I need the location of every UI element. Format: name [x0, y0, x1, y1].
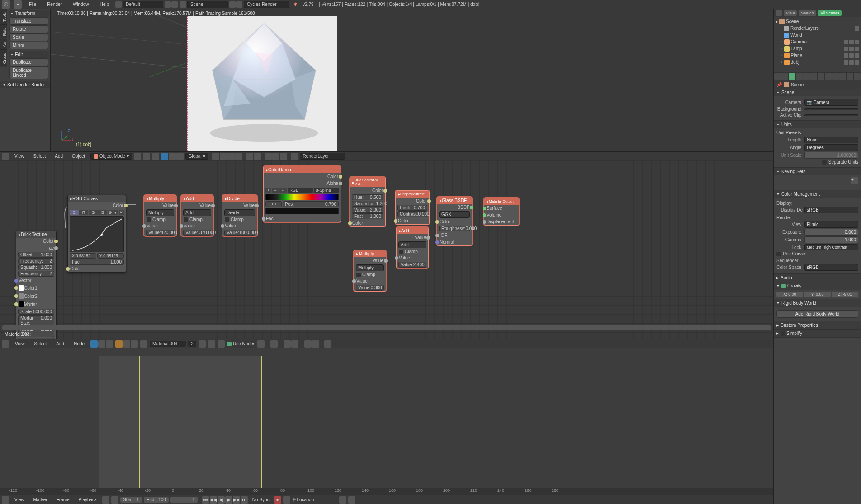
render-audio-icon[interactable]: [280, 153, 287, 160]
audio-panel-header[interactable]: Audio: [774, 274, 861, 282]
view-menu[interactable]: View: [11, 497, 28, 502]
simplify-panel-header[interactable]: Simplify: [774, 330, 861, 337]
copy-nodes-icon[interactable]: [304, 340, 312, 348]
tab-scene[interactable]: [789, 73, 795, 80]
outliner-row-dobj[interactable]: ◦dobj: [776, 59, 859, 66]
tab-constraints[interactable]: [810, 73, 817, 80]
rotate-button[interactable]: Rotate: [9, 25, 48, 33]
clamp-checkbox[interactable]: [225, 217, 229, 222]
jump-end-icon[interactable]: ⏭: [241, 496, 248, 504]
add-layout-icon[interactable]: [165, 1, 171, 8]
node-glass-bsdf[interactable]: ▸Glass BSDF BSDF GGX Color Roughness:0.0…: [437, 197, 472, 246]
snap-icon[interactable]: [246, 153, 253, 160]
node-hsv[interactable]: ▸Hue Saturation Value Color Hue:0.500 Sa…: [350, 177, 386, 227]
toolshelf-tab-rela[interactable]: Rela: [0, 24, 7, 39]
node-divide[interactable]: ▸Divide Value Divide Clamp Value Value:1…: [222, 195, 257, 236]
play-reverse-icon[interactable]: ◀: [218, 496, 225, 504]
manipulator-icon[interactable]: [152, 153, 159, 160]
shading-sphere-icon[interactable]: [134, 153, 141, 160]
colormgmt-panel-header[interactable]: Color Management: [774, 190, 861, 198]
background-field[interactable]: [804, 108, 858, 110]
gravity-y[interactable]: Y: 0.00: [804, 292, 831, 297]
shader-nodes-icon[interactable]: [90, 340, 98, 348]
tab-texture[interactable]: [839, 73, 846, 80]
view-menu[interactable]: View: [11, 154, 28, 159]
unlink-material-icon[interactable]: [218, 340, 225, 348]
preview-range-icon[interactable]: [102, 496, 109, 504]
translate-button[interactable]: Translate: [9, 17, 48, 25]
clamp-checkbox[interactable]: [399, 250, 403, 254]
gamma-field[interactable]: 1.000: [804, 236, 858, 243]
keyframe-next-icon[interactable]: ▶▶: [233, 496, 240, 504]
rigidbody-panel-header[interactable]: Rigid Body World: [774, 299, 861, 307]
viewport-3d[interactable]: Time:00:10.86 | Remaining:00:23.04 | Mem…: [51, 9, 773, 151]
node-add[interactable]: ▸Add Value Add Clamp Value Value:-370.00…: [181, 195, 213, 236]
compositor-nodes-icon[interactable]: [98, 340, 105, 348]
outliner-row-plane[interactable]: ◦Plane: [776, 52, 859, 59]
renderlayer-field[interactable]: RenderLayer: [300, 153, 345, 160]
playback-menu[interactable]: Playback: [75, 497, 101, 502]
keyframe-prev-icon[interactable]: ◀◀: [210, 496, 217, 504]
add-menu[interactable]: Add: [51, 154, 66, 159]
world-mat-icon[interactable]: [123, 340, 130, 348]
displayde-field[interactable]: sRGB: [804, 207, 858, 213]
tab-modifiers[interactable]: [818, 73, 824, 80]
delete-key-icon[interactable]: [348, 496, 355, 504]
gravity-panel-header[interactable]: Gravity: [774, 282, 861, 290]
scene-field[interactable]: Scene: [187, 1, 228, 8]
node-colorramp[interactable]: ▸ColorRamp Color Alpha +−↔RGBB-Spline 10…: [263, 166, 341, 222]
node-header[interactable]: ▸Brick Texture: [16, 231, 56, 238]
node-brick-texture[interactable]: ▸Brick Texture Color Fac Offset:1.000 Fr…: [16, 231, 57, 339]
delete-layout-icon[interactable]: [171, 1, 178, 8]
timeline[interactable]: -120-100-80-60-40-2002040608010012014016…: [0, 348, 773, 495]
node-multiply-2[interactable]: ▸Multiply Value Multiply Clamp Value Val…: [354, 250, 386, 292]
tab-physics[interactable]: [854, 73, 861, 80]
timeline-track[interactable]: [0, 356, 773, 488]
unit-presets-field[interactable]: Unit Presets: [776, 130, 858, 135]
node-header[interactable]: ▸RGB Curves: [68, 195, 126, 202]
marker-menu[interactable]: Marker: [30, 497, 51, 502]
manipulator-rotate-icon[interactable]: [169, 153, 176, 160]
tab-material[interactable]: [832, 73, 839, 80]
current-frame-field[interactable]: 1: [170, 497, 198, 503]
colorramp-gradient[interactable]: [265, 194, 339, 200]
usecurves-checkbox[interactable]: [776, 252, 781, 256]
distribution-dropdown[interactable]: GGX: [439, 211, 470, 218]
manipulator-scale-icon[interactable]: [176, 153, 184, 160]
material-name-field[interactable]: Material.003: [150, 341, 186, 347]
activeclip-field[interactable]: [804, 114, 858, 116]
editor-type-icon[interactable]: ▾: [14, 0, 22, 9]
render-icon[interactable]: [265, 153, 272, 160]
texture-nodes-icon[interactable]: [106, 340, 113, 348]
colorspace-field[interactable]: sRGB: [804, 264, 858, 271]
keyingset-add-icon[interactable]: +: [851, 177, 858, 184]
snap-target-icon[interactable]: [291, 340, 298, 348]
tab-render[interactable]: [774, 73, 781, 80]
mirror-button[interactable]: Mirror: [9, 42, 48, 49]
select-menu[interactable]: Select: [31, 341, 51, 346]
look-field[interactable]: Medium High Contrast: [804, 244, 858, 250]
file-menu[interactable]: File: [24, 2, 42, 7]
outliner-allscenes-btn[interactable]: All Scenes: [818, 10, 842, 16]
add-material-icon[interactable]: [208, 340, 215, 348]
autoupdate-icon[interactable]: [324, 340, 331, 348]
colorramp-color[interactable]: [265, 208, 339, 214]
tab-data[interactable]: [825, 73, 832, 80]
view-menu[interactable]: View: [11, 341, 28, 346]
paste-nodes-icon[interactable]: [312, 340, 319, 348]
mode-selector[interactable]: Object Mode▾: [90, 153, 132, 160]
layers-icon[interactable]: [235, 153, 242, 160]
editor-type-icon[interactable]: [2, 340, 9, 348]
sync-mode-field[interactable]: No Sync: [252, 497, 270, 502]
lamp-mat-icon[interactable]: [131, 340, 138, 348]
math-op-dropdown[interactable]: Add: [183, 209, 211, 216]
math-op-dropdown[interactable]: Divide: [224, 209, 255, 216]
snap-icon[interactable]: [284, 340, 291, 348]
outliner-row-scene[interactable]: ▾Scene: [776, 18, 859, 25]
node-rgb-curves[interactable]: ▸RGB Curves Color CRGB⊕▾✕ X 0.58182Y 0.9…: [67, 195, 126, 273]
jump-start-icon[interactable]: ⏮: [202, 496, 209, 504]
editor-type-icon[interactable]: [2, 153, 9, 160]
layout-browse-icon[interactable]: [115, 1, 122, 8]
curve-widget[interactable]: [70, 216, 124, 252]
outliner-row-camera[interactable]: ◦Camera: [776, 38, 859, 45]
